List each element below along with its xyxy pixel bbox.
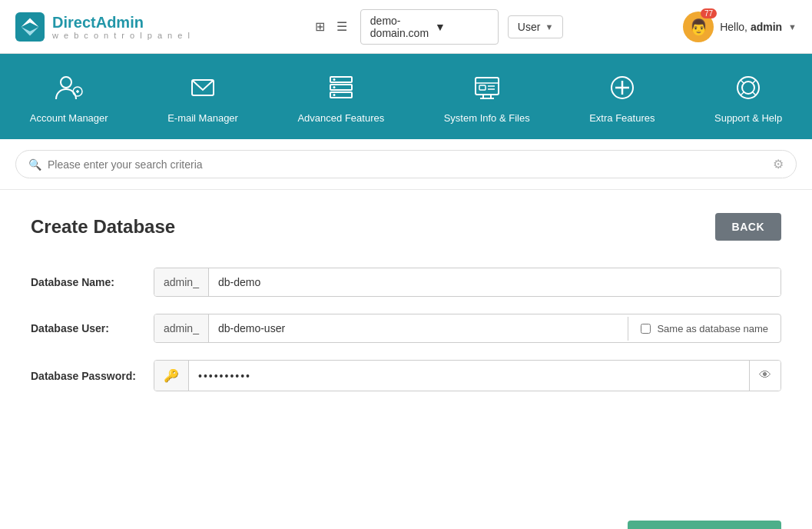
same-as-name-label[interactable]: Same as database name (657, 323, 768, 334)
svg-line-28 (752, 80, 756, 84)
nav-item-extra-features[interactable]: Extra Features (574, 69, 670, 128)
password-lock-icon: 🔑 (154, 361, 189, 391)
svg-line-27 (741, 80, 744, 84)
page-title: Create Database (31, 216, 175, 238)
main-content: Create Database BACK Database Name: admi… (0, 190, 812, 497)
user-role-button[interactable]: User ▼ (508, 15, 563, 38)
db-password-label: Database Password: (31, 370, 154, 382)
db-password-input[interactable] (189, 361, 749, 391)
db-name-input[interactable] (209, 268, 781, 296)
domain-value: demo-domain.com (370, 15, 429, 39)
db-user-label: Database User: (31, 322, 154, 334)
svg-point-13 (333, 94, 335, 96)
chevron-down-icon: ▼ (545, 22, 553, 32)
svg-line-29 (741, 91, 744, 95)
bottom-bar: CREATE DATABASE (0, 497, 812, 529)
same-as-name-checkbox[interactable] (641, 324, 651, 334)
avatar-emoji: 👨 (689, 18, 708, 36)
notification-badge: 77 (701, 8, 717, 18)
nav-bar: Account Manager E-mail Manager Advanced … (0, 54, 812, 139)
nav-item-account-manager[interactable]: Account Manager (15, 69, 124, 128)
domain-selector[interactable]: demo-domain.com ▼ (360, 9, 499, 45)
nav-label-email-manager: E-mail Manager (167, 112, 238, 124)
user-menu-chevron-icon: ▼ (788, 22, 797, 32)
logo-area: DirectAdmin w e b c o n t r o l p a n e … (15, 12, 191, 42)
extra-features-icon (608, 73, 637, 106)
svg-rect-0 (15, 12, 45, 42)
create-database-button[interactable]: CREATE DATABASE (628, 521, 781, 529)
nav-label-support-help: Support & Help (714, 112, 782, 124)
logo-subtitle: w e b c o n t r o l p a n e l (52, 31, 191, 40)
back-button[interactable]: BACK (715, 213, 781, 241)
nav-item-advanced-features[interactable]: Advanced Features (282, 69, 399, 128)
same-as-name-checkbox-group: Same as database name (628, 317, 781, 341)
form-group-db-password: Database Password: 🔑 👁 (31, 360, 781, 391)
form-group-db-name: Database Name: admin_ (31, 268, 781, 297)
list-view-button[interactable]: ☰ (333, 15, 351, 38)
top-header: DirectAdmin w e b c o n t r o l p a n e … (0, 0, 812, 54)
search-bar: 🔍 ⚙ (15, 150, 797, 178)
support-help-icon (734, 73, 763, 106)
admin-name: admin (751, 21, 782, 33)
advanced-features-icon (326, 73, 356, 106)
db-password-field-wrap: 🔑 👁 (154, 360, 781, 391)
nav-item-email-manager[interactable]: E-mail Manager (152, 69, 254, 128)
nav-label-system-info: System Info & Files (444, 112, 530, 124)
nav-item-support-help[interactable]: Support & Help (699, 69, 797, 128)
grid-view-button[interactable]: ⊞ (311, 15, 329, 38)
db-name-field-row: admin_ (154, 268, 781, 297)
hello-text: Hello, admin (720, 21, 782, 33)
logo-text: DirectAdmin w e b c o n t r o l p a n e … (52, 14, 191, 40)
svg-line-30 (752, 91, 756, 95)
password-eye-icon[interactable]: 👁 (749, 361, 781, 391)
svg-point-3 (61, 77, 71, 88)
page-header: Create Database BACK (31, 213, 781, 241)
header-right[interactable]: 👨 77 Hello, admin ▼ (683, 12, 797, 42)
system-info-icon (472, 73, 502, 106)
svg-point-11 (333, 78, 335, 81)
view-icons: ⊞ ☰ (311, 15, 351, 38)
chevron-down-icon: ▼ (435, 21, 489, 33)
directadmin-logo-icon (15, 12, 45, 42)
settings-gear-icon[interactable]: ⚙ (773, 157, 784, 171)
logo-title: DirectAdmin (52, 14, 191, 31)
search-bar-section: 🔍 ⚙ (0, 139, 812, 190)
db-user-prefix: admin_ (154, 314, 209, 342)
avatar-wrap: 👨 77 (683, 12, 714, 42)
role-label: User (518, 21, 541, 33)
search-icon: 🔍 (28, 158, 41, 171)
db-name-label: Database Name: (31, 276, 154, 288)
db-name-prefix: admin_ (154, 268, 209, 296)
search-input[interactable] (48, 158, 767, 171)
nav-label-advanced-features: Advanced Features (297, 112, 384, 124)
db-user-input[interactable] (209, 314, 628, 342)
db-user-field-row: admin_ Same as database name (154, 314, 781, 343)
form-group-db-user: Database User: admin_ Same as database n… (31, 314, 781, 343)
svg-point-12 (333, 86, 335, 88)
header-center: ⊞ ☰ demo-domain.com ▼ User ▼ (191, 9, 683, 45)
nav-label-account-manager: Account Manager (30, 112, 108, 124)
nav-label-extra-features: Extra Features (589, 112, 655, 124)
svg-rect-16 (479, 85, 486, 90)
account-manager-icon (55, 73, 84, 106)
nav-item-system-info[interactable]: System Info & Files (429, 69, 545, 128)
email-manager-icon (188, 73, 217, 106)
